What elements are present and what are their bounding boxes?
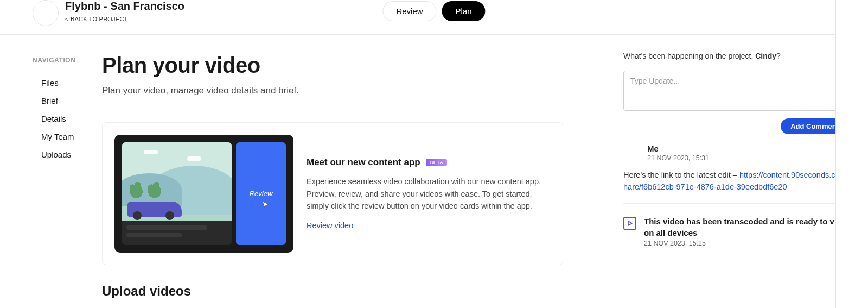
nav-heading: NAVIGATION	[33, 56, 102, 64]
main-content: Plan your video Plan your video, manage …	[102, 35, 612, 308]
feed-time: 21 NOV 2023, 15:31	[647, 154, 848, 162]
back-to-project-link[interactable]: < BACK TO PROJECT	[65, 16, 184, 22]
activity-header: What's been happening on the project, Ci…	[623, 51, 848, 61]
review-video-link[interactable]: Review video	[307, 221, 353, 230]
header-left: Flybnb - San Francisco < BACK TO PROJECT	[33, 0, 184, 26]
cursor-icon	[262, 201, 270, 209]
activity-prompt-name: Cindy	[755, 52, 776, 60]
tab-plan[interactable]: Plan	[442, 1, 486, 21]
promo-text: Meet our new content app BETA Experience…	[307, 157, 551, 230]
feed-system-title: This video has been transcoded and is re…	[644, 216, 848, 238]
beta-badge: BETA	[426, 159, 448, 166]
promo-thumb-video	[122, 142, 232, 245]
sidebar-item-details[interactable]: Details	[33, 110, 102, 128]
right-gutter	[835, 0, 868, 308]
promo-thumbnail: Review	[114, 135, 293, 253]
sidebar-item-brief[interactable]: Brief	[33, 92, 102, 110]
sidebar: NAVIGATION Files Brief Details My Team U…	[0, 35, 102, 308]
sidebar-item-files[interactable]: Files	[33, 74, 102, 92]
activity-prompt-prefix: What's been happening on the project,	[623, 52, 755, 60]
tab-review[interactable]: Review	[382, 1, 436, 21]
page-subtitle: Plan your video, manage video details an…	[102, 85, 596, 96]
feed-text-prefix: Here's the link to the latest edit –	[623, 171, 739, 179]
feed-item: This video has been transcoded and is re…	[623, 204, 848, 247]
activity-prompt-suffix: ?	[776, 52, 781, 60]
feed-item: Me 21 NOV 2023, 15:31 Here's the link to…	[623, 134, 848, 204]
update-input[interactable]	[623, 71, 848, 111]
body-wrap: NAVIGATION Files Brief Details My Team U…	[0, 35, 868, 308]
feed-time: 21 NOV 2023, 15:25	[644, 240, 848, 247]
sidebar-item-uploads[interactable]: Uploads	[33, 146, 102, 164]
promo-scene-illustration	[122, 142, 232, 221]
activity-panel: What's been happening on the project, Ci…	[612, 35, 868, 308]
sidebar-item-myteam[interactable]: My Team	[33, 128, 102, 146]
activity-prompt: What's been happening on the project, Ci…	[623, 52, 781, 60]
promo-thumb-review-panel: Review	[236, 142, 286, 245]
project-title: Flybnb - San Francisco	[65, 0, 184, 12]
play-icon	[623, 217, 636, 230]
header-tabs: Review Plan	[382, 1, 485, 21]
project-avatar	[33, 0, 59, 26]
promo-thumb-review-label: Review	[250, 190, 273, 198]
promo-title: Meet our new content app	[307, 157, 420, 168]
feed-author: Me	[647, 144, 848, 153]
page-title: Plan your video	[102, 53, 596, 78]
promo-description: Experience seamless video collaboration …	[307, 175, 545, 212]
header-bar: Flybnb - San Francisco < BACK TO PROJECT…	[0, 0, 868, 35]
promo-card: Review Meet our new content app BETA Exp…	[102, 122, 563, 265]
upload-videos-heading: Upload videos	[102, 284, 596, 299]
feed-body: Here's the link to the latest edit – htt…	[623, 169, 848, 193]
